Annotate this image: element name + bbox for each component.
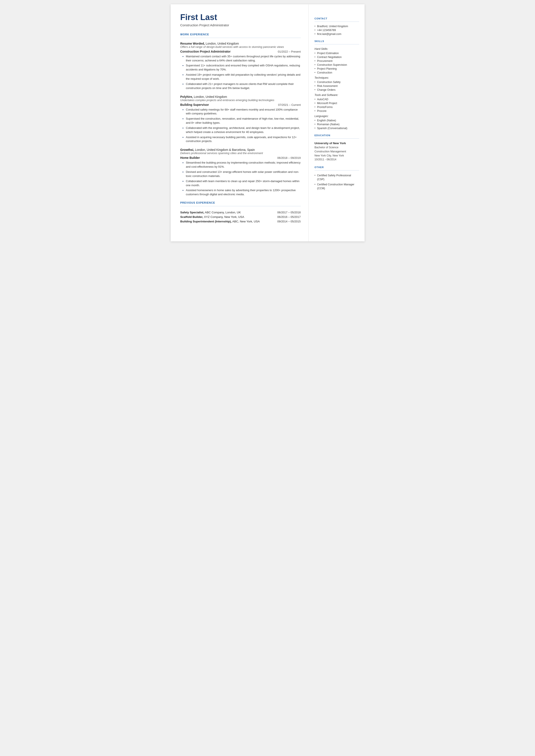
education-header: EDUCATION (315, 134, 359, 137)
right-column: CONTACT Bradford, United Kingdom +44 123… (309, 4, 365, 241)
company-tagline-1: Offers a full range of design-build serv… (180, 45, 301, 48)
work-experience-divider (180, 38, 301, 38)
hard-skills-list: Project Estimation Contract Negotiation … (315, 52, 359, 74)
skill-1: Project Estimation (315, 52, 359, 55)
language-3: Spanish (Conversational) (315, 127, 359, 130)
skill-3: Procurement (315, 60, 359, 63)
hard-skills-label: Hard Skills: (315, 47, 359, 50)
bullet-1-4: Collaborated with 21+ project managers t… (183, 82, 301, 90)
other-header: OTHER (315, 166, 359, 169)
company-rest-3: London, United Kingdom & Barcelona, Spai… (194, 148, 255, 152)
company-bold-2: Polyhire, (180, 95, 193, 98)
previous-experience-divider (180, 206, 301, 206)
languages-label: Languages: (315, 115, 359, 118)
prev-row-3: Building Superintendent (Internship), AB… (180, 219, 301, 224)
company-name-2: Polyhire, London, United Kingdom (180, 95, 301, 98)
tool-3: ProntoForms (315, 106, 359, 109)
skill-4: Construction Supervision (315, 63, 359, 66)
language-1: English (Native) (315, 119, 359, 122)
other-2: Certified Construction Manager (CCM) (315, 182, 359, 190)
bullet-3-3: Collaborated with team members to clean … (183, 179, 301, 187)
contact-list: Bradford, United Kingdom +44 123456789 f… (315, 25, 359, 36)
job-title-2: Building Supervisor (180, 103, 209, 106)
company-block-1: Resume Worded, London, United Kingdom Of… (180, 42, 301, 90)
previous-experience-table: Safety Specialist, ABC Company, London, … (180, 210, 301, 224)
prev-job-1: Safety Specialist, ABC Company, London, … (180, 210, 273, 215)
left-column: First Last Construction Project Administ… (171, 4, 309, 241)
contact-email: first.last@gmail.com (315, 33, 359, 36)
other-list: Certified Safety Professional (CSP) Cert… (315, 174, 359, 190)
prev-row-1: Safety Specialist, ABC Company, London, … (180, 210, 301, 215)
previous-experience-header: PREVIOUS EXPERIENCE (180, 201, 301, 204)
contact-divider (315, 21, 359, 22)
job-bullets-2: Conducted safety meetings for 68+ staff … (183, 108, 301, 144)
job-row-1: Construction Project Administrator 01/20… (180, 50, 301, 53)
resume-document: First Last Construction Project Administ… (171, 4, 365, 241)
techniques-label: Techniques: (315, 76, 359, 79)
edu-degree: Bachelor of Science Construction Managem… (315, 146, 359, 162)
prev-job-3: Building Superintendent (Internship), AB… (180, 219, 273, 224)
languages-list: English (Native) Romanian (Native) Spani… (315, 119, 359, 130)
other-1: Certified Safety Professional (CSP) (315, 174, 359, 181)
company-tagline-3: Delivers professional services spanning … (180, 152, 301, 155)
company-block-3: Growthsi, London, United Kingdom & Barce… (180, 148, 301, 197)
bullet-3-2: Devised and constructed 13+ energy-effic… (183, 170, 301, 178)
prev-row-2: Scaffold Builder, XYZ Company, New York,… (180, 215, 301, 219)
job-title-3: Home Builder (180, 156, 200, 159)
tool-4: Procore (315, 109, 359, 113)
technique-3: Change Orders (315, 88, 359, 91)
job-bullets-3: Streamlined the building process by impl… (183, 161, 301, 197)
company-bold-3: Growthsi, (180, 148, 194, 152)
techniques-list: Construction Safety Risk Assessment Chan… (315, 81, 359, 91)
bullet-1-1: Maintained constant contact with 35+ cus… (183, 55, 301, 63)
bullet-3-1: Streamlined the building process by impl… (183, 161, 301, 169)
candidate-title: Construction Project Administrator (180, 23, 301, 27)
job-row-2: Building Supervisor 07/2021 – Current (180, 103, 301, 106)
bullet-2-1: Conducted safety meetings for 68+ staff … (183, 108, 301, 116)
edu-school: University of New York (315, 142, 359, 145)
job-bullets-1: Maintained constant contact with 35+ cus… (183, 55, 301, 90)
skills-divider (315, 44, 359, 44)
bullet-1-3: Assisted 19+ project managers with bid p… (183, 73, 301, 81)
job-dates-3: 06/2018 – 09/2019 (277, 156, 300, 159)
company-block-2: Polyhire, London, United Kingdom Underta… (180, 95, 301, 144)
job-dates-2: 07/2021 – Current (278, 103, 301, 106)
technique-1: Construction Safety (315, 81, 359, 84)
contact-phone: +44 123456789 (315, 29, 359, 32)
skill-6: Construction (315, 71, 359, 74)
company-bold-1: Resume Worded, (180, 42, 205, 45)
prev-job-2: Scaffold Builder, XYZ Company, New York,… (180, 215, 273, 219)
skill-2: Contract Negotiation (315, 56, 359, 59)
company-rest-2: London, United Kingdom (193, 95, 227, 98)
tool-1: AutoCAD (315, 98, 359, 101)
prev-dates-1: 06/2017 – 05/2018 (273, 210, 301, 215)
bullet-2-4: Assisted in acquiring necessary building… (183, 135, 301, 144)
job-dates-1: 01/2022 – Present (278, 50, 300, 53)
tools-list: AutoCAD Microsoft Project ProntoForms Pr… (315, 98, 359, 113)
prev-dates-2: 06/2016 – 05/2017 (273, 215, 301, 219)
language-2: Romanian (Native) (315, 123, 359, 126)
job-row-3: Home Builder 06/2018 – 09/2019 (180, 156, 301, 159)
technique-2: Risk Assessment (315, 84, 359, 88)
company-rest-1: London, United Kingdom (205, 42, 239, 45)
candidate-name: First Last (180, 13, 301, 22)
company-name-1: Resume Worded, London, United Kingdom (180, 42, 301, 45)
company-tagline-2: Undertakes complex projects and embraces… (180, 98, 301, 102)
skills-header: SKILLS (315, 40, 359, 42)
bullet-2-2: Supervised the construction, renovation,… (183, 117, 301, 125)
bullet-3-4: Assisted homeowners in home sales by adv… (183, 188, 301, 197)
tool-2: Microsoft Project (315, 102, 359, 105)
contact-header: CONTACT (315, 17, 359, 20)
skill-5: Project Planning (315, 67, 359, 70)
prev-dates-3: 09/2014 – 05/2015 (273, 219, 301, 224)
education-divider (315, 138, 359, 139)
work-experience-header: WORK EXPERIENCE (180, 33, 301, 36)
job-title-1: Construction Project Administrator (180, 50, 231, 53)
bullet-1-2: Supervised 11+ subcontractors and ensure… (183, 64, 301, 72)
contact-location: Bradford, United Kingdom (315, 25, 359, 28)
bullet-2-3: Collaborated with the engineering, archi… (183, 126, 301, 134)
tools-label: Tools and Software: (315, 94, 359, 97)
company-name-3: Growthsi, London, United Kingdom & Barce… (180, 148, 301, 152)
